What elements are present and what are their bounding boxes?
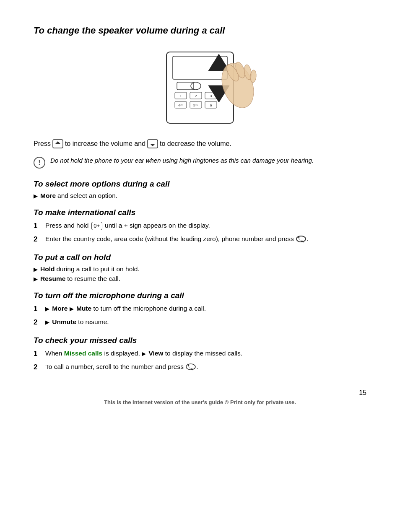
mute-arrow-3: ▶ [45,319,49,325]
bullet-arrow-icon: ▶ [34,193,38,199]
section-select-options-title: To select more options during a call [34,179,366,189]
call-icon-2 [185,363,196,371]
section-mute-title: To turn off the microphone during a call [34,291,366,300]
hold-bullet-1: ▶ Hold during a call to put it on hold. [34,265,366,273]
page-title: To change the speaker volume during a ca… [34,25,366,36]
volume-middle-text: to increase the volume and [65,140,145,148]
svg-point-30 [186,364,195,370]
zero-plus-key: 0+ [91,222,102,230]
hold-arrow-2: ▶ [34,276,38,282]
step1-content: Press and hold 0+ until a + sign appears… [45,221,210,230]
section-hold: To put a call on hold ▶ Hold during a ca… [34,253,366,283]
hold-arrow-1: ▶ [34,266,38,272]
section-select-options: To select more options during a call ▶ M… [34,179,366,200]
hold-suffix-1: during a call to put it on hold. [56,265,139,273]
missed-step2-content: To call a number, scroll to the number a… [45,362,198,371]
phone-illustration-container: 1 2 3 4GHI 5JKL 6 [34,48,366,127]
missed-step-1: 1 When Missed calls is displayed, ▶ View… [34,348,366,359]
select-options-suffix: and select an option. [57,192,117,200]
svg-text:3: 3 [210,94,212,98]
section-hold-title: To put a call on hold [34,253,366,262]
svg-text:JKL: JKL [195,104,198,106]
press-label: Press [34,140,51,148]
mute-num-1: 1 [34,304,39,314]
mute-key: Mute [76,305,91,312]
section-mute: To turn off the microphone during a call… [34,291,366,327]
hold-bullet-2: ▶ Resume to resume the call. [34,275,366,283]
mute-step2-suffix: to resume. [78,318,109,325]
mute-list: 1 ▶ More ▶ Mute to turn off the micropho… [34,304,366,327]
section-international-calls: To make international calls 1 Press and … [34,208,366,244]
hold-suffix-2: to resume the call. [67,275,120,283]
mute-step-1: 1 ▶ More ▶ Mute to turn off the micropho… [34,304,366,314]
footer-text: This is the Internet version of the user… [34,399,366,405]
svg-marker-28 [150,144,155,146]
svg-point-3 [191,82,201,90]
volume-instruction: Press to increase the volume and to decr… [34,139,366,148]
select-options-bullet: ▶ More and select an option. [34,192,366,200]
notice-box: ! Do not hold the phone to your ear when… [34,156,366,169]
page-number: 15 [34,389,366,397]
missed-calls-list: 1 When Missed calls is displayed, ▶ View… [34,348,366,372]
international-step-2: 2 Enter the country code, area code (wit… [34,234,366,245]
footer: 15 This is the Internet version of the u… [34,389,366,405]
mute-num-2: 2 [34,317,39,328]
more-link: More [40,192,56,200]
mute-arrow-2: ▶ [70,306,74,312]
svg-text:GHI: GHI [179,104,183,106]
call-icon [296,235,306,243]
view-key: View [148,350,163,357]
svg-text:2: 2 [195,94,197,98]
step-num-1: 1 [34,221,39,231]
volume-after-text: to decrease the volume. [160,140,231,148]
svg-rect-2 [177,82,194,90]
mute-step1-suffix: to turn off the microphone during a call… [93,305,206,312]
missed-num-2: 2 [34,362,39,373]
section-missed-title: To check your missed calls [34,336,366,345]
section-international-title: To make international calls [34,208,366,217]
svg-marker-26 [55,141,60,144]
missed-step1-content: When Missed calls is displayed, ▶ View t… [45,348,242,358]
notice-text: Do not hold the phone to your ear when u… [50,156,314,166]
svg-text:1: 1 [179,94,182,98]
volume-down-icon [147,139,158,148]
notice-icon: ! [34,157,45,169]
volume-up-icon [52,139,63,148]
section-missed-calls: To check your missed calls 1 When Missed… [34,336,366,372]
step2-content: Enter the country code, area code (witho… [45,234,308,244]
international-step-1: 1 Press and hold 0+ until a + sign appea… [34,221,366,231]
mute-arrow-1: ▶ [45,306,49,312]
resume-key: Resume [40,275,65,283]
missed-calls-link: Missed calls [64,350,102,357]
step-num-2: 2 [34,234,39,245]
missed-num-1: 1 [34,348,39,359]
missed-arrow: ▶ [142,350,146,357]
mute-step1-content: ▶ More ▶ Mute to turn off the microphone… [45,304,206,313]
missed-step-2: 2 To call a number, scroll to the number… [34,362,366,373]
phone-illustration: 1 2 3 4GHI 5JKL 6 [141,48,259,127]
hold-key: Hold [40,265,55,273]
mute-more: More [52,305,68,312]
svg-text:6: 6 [210,103,212,107]
international-calls-list: 1 Press and hold 0+ until a + sign appea… [34,221,366,244]
mute-step-2: 2 ▶ Unmute to resume. [34,317,366,328]
mute-step2-content: ▶ Unmute to resume. [45,317,109,327]
unmute-key: Unmute [52,318,76,325]
